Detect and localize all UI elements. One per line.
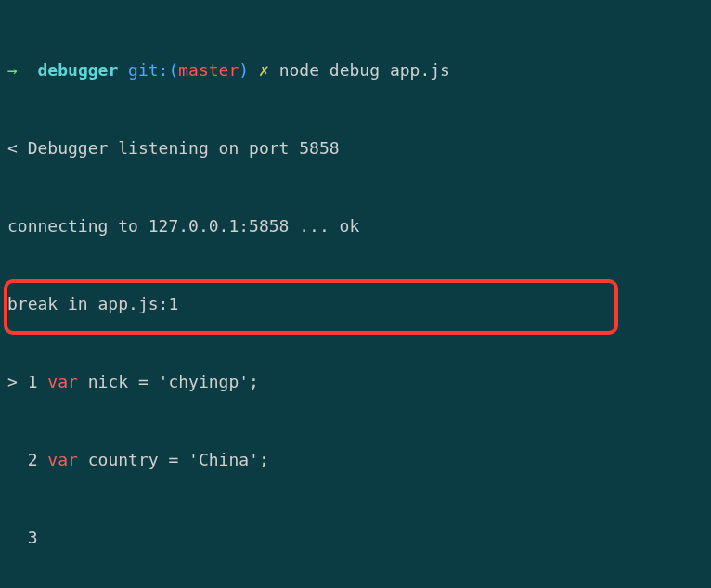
terminal-output[interactable]: → debugger git:(master) ✗ node debug app… [0,6,711,588]
git-label: git:( [128,60,178,80]
output-line: connecting to 127.0.0.1:5858 ... ok [0,213,711,239]
keyword-var: var [47,450,78,469]
dirty-icon: ✗ [259,60,269,80]
output-line: < Debugger listening on port 5858 [0,135,711,161]
git-branch: master [178,60,239,80]
output-line: break in app.js:1 [0,291,711,317]
code-line: 3 [0,525,711,551]
code-line: 2 var country = 'China'; [0,447,711,473]
shell-command: node debug app.js [279,60,450,80]
code-line: > 1 var nick = 'chyingp'; [0,369,711,395]
git-close: ) [239,60,249,80]
prompt-dir: debugger [38,60,119,80]
prompt-arrow: → [7,60,18,80]
keyword-var: var [47,372,78,391]
shell-prompt-line: → debugger git:(master) ✗ node debug app… [0,58,711,83]
